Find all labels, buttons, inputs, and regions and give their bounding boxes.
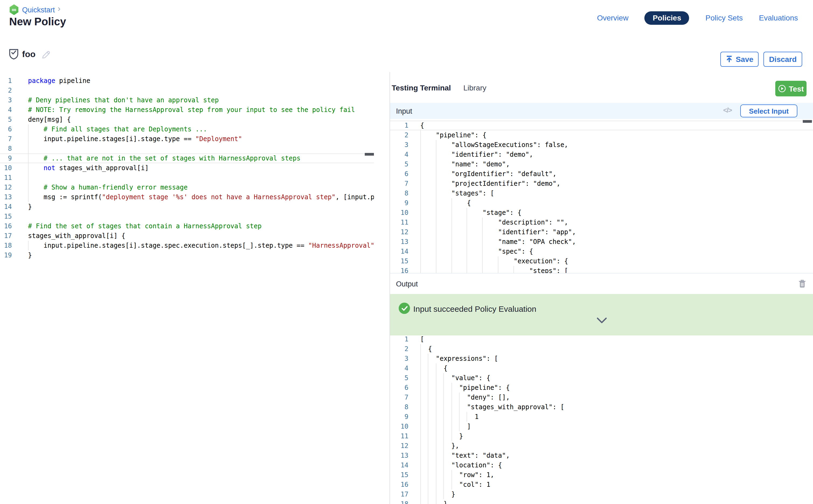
code-line[interactable]: 7 input.pipeline.stages[i].stage.type ==… <box>0 134 374 144</box>
line-number: 11 <box>0 173 14 183</box>
line-number: 9 <box>390 412 411 422</box>
policy-code-editor[interactable]: 1package pipeline23# Deny pipelines that… <box>0 72 374 504</box>
success-check-icon <box>399 303 410 314</box>
code-line[interactable]: 9 # ... that are not in the set of stage… <box>0 153 374 163</box>
code-line[interactable]: 5 "value": { <box>390 373 813 383</box>
code-line[interactable]: 8 "stages_with_approval": [ <box>390 402 813 412</box>
code-line-text: "name": "demo", <box>420 159 510 169</box>
line-number: 10 <box>0 163 14 173</box>
line-number: 19 <box>0 250 14 260</box>
line-number: 1 <box>0 76 14 86</box>
code-line-text: } <box>28 250 32 260</box>
code-line[interactable]: 3 "allowStageExecutions": false, <box>390 140 813 150</box>
code-line[interactable]: 10 not stages_with_approval[i] <box>0 163 374 173</box>
code-line[interactable]: 2 <box>0 86 374 95</box>
line-number: 3 <box>390 354 411 363</box>
code-line[interactable]: 1{ <box>390 121 813 130</box>
code-line[interactable]: 18 } <box>390 499 813 504</box>
chevron-down-icon[interactable] <box>596 317 607 324</box>
line-number: 11 <box>390 218 411 227</box>
code-line[interactable]: 5 "name": "demo", <box>390 159 813 169</box>
code-line[interactable]: 13 "text": "data", <box>390 451 813 460</box>
code-line-text: }, <box>420 441 459 451</box>
code-line[interactable]: 13 msg := sprintf("deployment stage '%s'… <box>0 192 374 202</box>
code-line[interactable]: 8 <box>0 144 374 153</box>
code-line[interactable]: 16 "col": 1 <box>390 480 813 489</box>
code-line[interactable]: 11 <box>0 173 374 183</box>
code-line[interactable]: 7 "deny": [], <box>390 393 813 402</box>
nav-tab-policies[interactable]: Policies <box>645 11 689 25</box>
code-line[interactable]: 4# NOTE: Try removing the HarnessApprova… <box>0 105 374 115</box>
code-line[interactable]: 10 ] <box>390 422 813 431</box>
line-number: 3 <box>390 140 411 150</box>
code-line-text: [ <box>420 335 424 344</box>
line-number: 15 <box>390 470 411 480</box>
code-line[interactable]: 12 "identifier": "app", <box>390 227 813 237</box>
nav-tab-overview[interactable]: Overview <box>597 13 629 22</box>
code-line[interactable]: 2 "pipeline": { <box>390 130 813 140</box>
policy-toolbar: foo Save Discard <box>0 37 813 73</box>
code-line[interactable]: 15 <box>0 212 374 221</box>
code-line[interactable]: 16# Find the set of stages that contain … <box>0 221 374 231</box>
code-line[interactable]: 14 "spec": { <box>390 247 813 256</box>
nav-tab-policy-sets[interactable]: Policy Sets <box>706 13 743 22</box>
code-view-icon[interactable]: </> <box>723 106 732 114</box>
code-line[interactable]: 4 { <box>390 363 813 373</box>
code-line-text: "stages_with_approval": [ <box>420 402 564 412</box>
code-line[interactable]: 9 { <box>390 198 813 208</box>
code-line[interactable]: 5deny[msg] { <box>0 115 374 124</box>
breadcrumb-project-link[interactable]: Quickstart <box>22 6 55 14</box>
terminal-tab-library[interactable]: Library <box>463 83 487 92</box>
evaluation-success-banner: Input succeeded Policy Evaluation <box>390 294 813 335</box>
line-number: 15 <box>0 212 14 221</box>
input-json-editor[interactable]: 1{2 "pipeline": {3 "allowStageExecutions… <box>390 119 813 273</box>
test-button[interactable]: Test <box>775 81 807 96</box>
code-line[interactable]: 13 "name": "OPA check", <box>390 237 813 247</box>
code-line-text: "location": { <box>420 460 502 470</box>
terminal-tab-testing-terminal[interactable]: Testing Terminal <box>392 83 451 92</box>
code-line[interactable]: 6 "pipeline": { <box>390 383 813 393</box>
code-line[interactable]: 8 "stages": [ <box>390 188 813 198</box>
code-line[interactable]: 6 # Find all stages that are Deployments… <box>0 124 374 134</box>
code-line[interactable]: 3# Deny pipelines that don't have an app… <box>0 95 374 105</box>
test-button-label: Test <box>789 84 804 93</box>
code-line[interactable]: 15 "execution": { <box>390 256 813 266</box>
code-line[interactable]: 7 "projectIdentifier": "demo", <box>390 179 813 188</box>
code-line[interactable]: 16 "steps": [ <box>390 266 813 273</box>
code-line[interactable]: 4 "identifier": "demo", <box>390 150 813 159</box>
code-line[interactable]: 15 "row": 1, <box>390 470 813 480</box>
code-line[interactable]: 11 } <box>390 431 813 441</box>
code-line[interactable]: 12 }, <box>390 441 813 451</box>
line-number: 16 <box>0 221 14 231</box>
code-line[interactable]: 1[ <box>390 335 813 344</box>
code-line[interactable]: 14 "location": { <box>390 460 813 470</box>
select-input-button[interactable]: Select Input <box>740 104 797 117</box>
code-line[interactable]: 12 # Show a human-friendly error message <box>0 183 374 192</box>
code-line-text: "deny": [], <box>420 393 510 402</box>
code-line-text: { <box>420 344 432 354</box>
save-button[interactable]: Save <box>720 52 759 67</box>
code-line-text: "pipeline": { <box>420 130 487 140</box>
app-window: ∞ Quickstart › New Policy OverviewPolici… <box>0 0 813 504</box>
code-line[interactable]: 9 1 <box>390 412 813 422</box>
code-line[interactable]: 17stages_with_approval[i] { <box>0 231 374 241</box>
code-line[interactable]: 11 "description": "", <box>390 218 813 227</box>
discard-button[interactable]: Discard <box>763 52 802 67</box>
code-line[interactable]: 18 input.pipeline.stages[i].stage.spec.e… <box>0 241 374 250</box>
code-line[interactable]: 1package pipeline <box>0 76 374 86</box>
code-line-text: # Deny pipelines that don't have an appr… <box>28 95 219 105</box>
page-header: ∞ Quickstart › New Policy OverviewPolici… <box>0 0 813 38</box>
line-number: 3 <box>0 95 14 105</box>
code-line[interactable]: 3 "expressions": [ <box>390 354 813 363</box>
code-line[interactable]: 6 "orgIdentifier": "default", <box>390 169 813 179</box>
code-line[interactable]: 14} <box>0 202 374 212</box>
nav-tab-evaluations[interactable]: Evaluations <box>759 13 798 22</box>
code-line[interactable]: 2 { <box>390 344 813 354</box>
edit-name-icon[interactable] <box>41 50 51 59</box>
code-line[interactable]: 17 } <box>390 489 813 499</box>
code-line-text: "projectIdentifier": "demo", <box>420 179 560 188</box>
code-line[interactable]: 10 "stage": { <box>390 208 813 218</box>
clear-output-trash-icon[interactable] <box>798 279 806 288</box>
code-line-text: } <box>420 499 448 504</box>
code-line[interactable]: 19} <box>0 250 374 260</box>
